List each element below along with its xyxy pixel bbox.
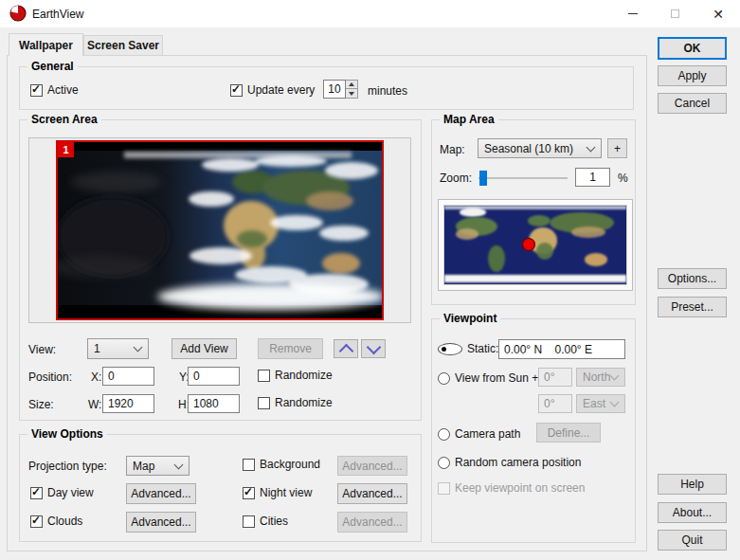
background-advanced-button: Advanced... [337, 456, 407, 476]
help-button[interactable]: Help [658, 474, 727, 495]
view-from-sun-radio[interactable]: View from Sun + [438, 371, 538, 385]
checkbox-box [243, 487, 255, 499]
chevron-down-icon [174, 460, 184, 469]
background-label: Background [260, 458, 320, 471]
random-camera-label: Random camera position [455, 456, 581, 469]
minimap-panel [438, 199, 633, 291]
projection-type-select[interactable]: Map [126, 456, 190, 476]
update-interval-value[interactable]: 10 [323, 80, 346, 99]
advanced-label: Advanced... [131, 515, 190, 529]
earth-preview-image [58, 142, 382, 318]
zoom-slider-thumb[interactable] [479, 171, 487, 186]
zoom-value: 1 [589, 171, 596, 184]
move-view-down-button[interactable] [361, 339, 386, 358]
cities-checkbox[interactable]: Cities [243, 515, 288, 528]
position-y-field[interactable]: 0 [188, 367, 240, 386]
add-view-button[interactable]: Add View [171, 338, 237, 359]
sun-lat-offset-field: 0° [538, 368, 572, 387]
options-button[interactable]: Options... [658, 268, 727, 289]
zoom-value-field[interactable]: 1 [575, 168, 610, 187]
close-button[interactable]: ✕ [696, 0, 740, 27]
static-radio-label: Static: [467, 342, 498, 355]
spinner-up-icon [349, 82, 354, 86]
minimap[interactable] [443, 205, 627, 285]
background-checkbox[interactable]: Background [243, 458, 320, 471]
ok-label: OK [684, 42, 701, 55]
zoom-slider-track[interactable] [478, 177, 568, 179]
view-select[interactable]: 1 [87, 338, 149, 359]
ok-button[interactable]: OK [658, 37, 727, 60]
remove-view-label: Remove [269, 342, 312, 355]
tab-wallpaper-label: Wallpaper [19, 39, 73, 52]
screen-preview[interactable]: 1 [56, 140, 384, 320]
sun-lon-direction-value: East [583, 397, 605, 410]
apply-label: Apply [677, 69, 706, 82]
active-checkbox[interactable]: Active [30, 83, 79, 97]
add-map-button[interactable]: + [607, 138, 627, 158]
tab-screensaver[interactable]: Screen Saver [83, 35, 163, 55]
checkbox-box [30, 487, 43, 499]
position-x-field[interactable]: 0 [102, 367, 154, 386]
apply-button[interactable]: Apply [658, 65, 727, 86]
view-options-group-title: View Options [27, 427, 107, 441]
minimap-image [444, 206, 626, 284]
map-label: Map: [440, 143, 465, 156]
spinner-down-button[interactable] [346, 89, 358, 99]
earthview-app-icon [9, 5, 27, 22]
sun-lat-direction-value: North [583, 370, 610, 384]
static-coordinates-field[interactable]: 0.00° N 0.00° E [498, 339, 625, 359]
size-h-value: 1080 [193, 397, 219, 410]
static-coordinates-value: 0.00° N 0.00° E [504, 343, 592, 356]
random-camera-radio[interactable]: Random camera position [438, 456, 581, 469]
spinner-up-button[interactable] [346, 80, 358, 89]
advanced-label: Advanced... [131, 487, 190, 500]
clouds-label: Clouds [47, 515, 82, 528]
x-label: X: [91, 370, 101, 384]
checkbox-box [438, 482, 450, 495]
general-group-title: General [27, 60, 78, 73]
size-h-field[interactable]: 1080 [188, 394, 240, 413]
define-label: Define... [548, 426, 590, 440]
night-advanced-button[interactable]: Advanced... [337, 483, 407, 504]
night-view-checkbox[interactable]: Night view [243, 486, 312, 499]
earthview-window: EarthView ✕ Wallpaper Screen Saver Gener… [0, 0, 740, 560]
day-view-checkbox[interactable]: Day view [30, 486, 94, 499]
day-advanced-button[interactable]: Advanced... [126, 483, 196, 504]
tab-wallpaper[interactable]: Wallpaper [9, 33, 83, 56]
chevron-down-icon [610, 398, 620, 407]
cancel-button[interactable]: Cancel [658, 93, 727, 114]
update-every-label: Update every [247, 83, 315, 97]
active-checkbox-label: Active [47, 83, 79, 97]
about-button[interactable]: About... [658, 502, 727, 523]
checkbox-box [258, 397, 270, 409]
camera-path-radio[interactable]: Camera path [438, 427, 520, 441]
position-label: Position: [28, 370, 72, 384]
clouds-advanced-button[interactable]: Advanced... [126, 512, 196, 533]
size-randomize-checkbox[interactable]: Randomize [258, 396, 333, 409]
position-y-value: 0 [193, 370, 200, 383]
static-radio[interactable]: Static: [438, 342, 498, 355]
night-view-label: Night view [260, 486, 312, 499]
sun-lon-direction-select: East [576, 394, 625, 413]
update-interval-spinner[interactable]: 10 [323, 80, 358, 99]
quit-button[interactable]: Quit [658, 530, 727, 551]
position-randomize-checkbox[interactable]: Randomize [258, 369, 333, 382]
position-x-value: 0 [108, 370, 115, 383]
map-select-value: Seasonal (10 km) [484, 142, 573, 155]
define-button: Define... [536, 423, 601, 443]
minimize-button[interactable] [611, 0, 654, 27]
sun-lon-offset-value: 0° [544, 397, 554, 410]
chevron-down-icon [366, 339, 381, 354]
update-every-checkbox[interactable]: Update every [230, 83, 315, 97]
chevron-down-icon [134, 343, 143, 352]
move-view-up-button[interactable] [334, 339, 358, 358]
radio-box [438, 457, 450, 469]
clouds-checkbox[interactable]: Clouds [30, 515, 82, 528]
titlebar: EarthView ✕ [0, 0, 740, 27]
size-w-field[interactable]: 1920 [102, 394, 154, 413]
help-label: Help [680, 478, 704, 491]
close-icon: ✕ [713, 8, 724, 21]
preset-button[interactable]: Preset... [658, 297, 727, 317]
radio-box [438, 343, 462, 355]
map-select[interactable]: Seasonal (10 km) [478, 138, 602, 158]
